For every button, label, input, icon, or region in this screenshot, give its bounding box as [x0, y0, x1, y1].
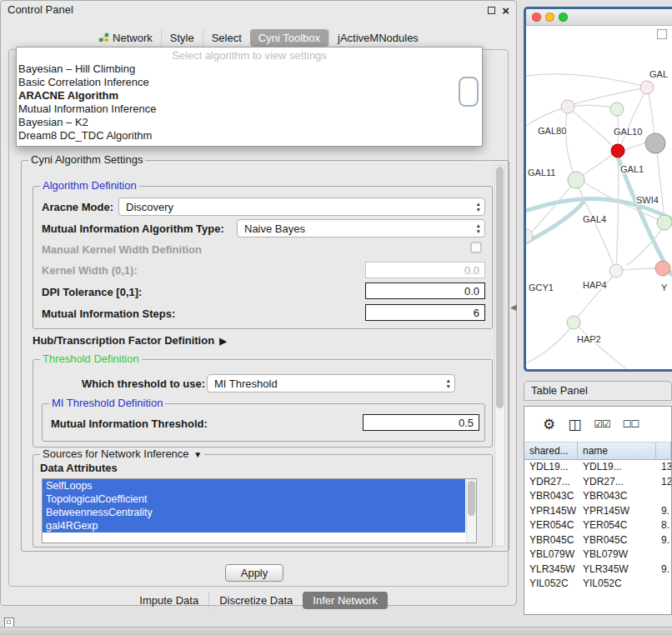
tab-jactivemnodules[interactable]: jActiveMNodules — [328, 29, 427, 47]
cell[interactable] — [656, 489, 671, 504]
attributes-scrollbar-thumb[interactable] — [468, 481, 475, 516]
apply-button[interactable]: Apply — [225, 564, 283, 582]
cell[interactable]: 9. — [656, 562, 671, 578]
columns-icon[interactable]: ◫ — [568, 418, 581, 432]
cell[interactable]: YDL19... — [524, 460, 578, 475]
cell[interactable]: 8. — [656, 518, 671, 533]
select-all-icon[interactable]: ☑☑ — [594, 419, 610, 429]
node-label: Y — [661, 282, 668, 292]
hub-factor-toggle[interactable]: Hub/Transcription Factor Definition▶ — [33, 334, 227, 347]
network-node[interactable] — [609, 264, 623, 278]
tab-select[interactable]: Select — [203, 29, 250, 47]
data-attributes-list[interactable]: SelfLoops TopologicalCoefficient Between… — [42, 478, 477, 543]
traffic-close-icon[interactable] — [532, 12, 541, 22]
network-node[interactable] — [645, 133, 665, 153]
tab-impute-data[interactable]: Impute Data — [129, 592, 208, 609]
list-item[interactable]: TopologicalCoefficient — [43, 492, 465, 506]
cell[interactable]: YDR27... — [524, 475, 578, 490]
tab-discretize-data[interactable]: Discretize Data — [208, 592, 303, 609]
table-row[interactable]: YDL19... YDL19... 13 — [524, 460, 671, 475]
dropdown-item[interactable]: Bayesian – Hill Climbing — [17, 62, 482, 76]
network-node[interactable] — [567, 316, 580, 329]
network-scroll-button[interactable] — [657, 29, 667, 39]
cell[interactable]: YBL079W — [524, 548, 578, 562]
column-header-name[interactable]: name — [578, 442, 656, 460]
attributes-scrollbar[interactable] — [466, 479, 476, 542]
column-header-extra[interactable] — [656, 442, 671, 460]
cell[interactable]: YBR045C — [578, 533, 656, 548]
table-row[interactable]: YDR27... YDR27... 12 — [524, 475, 671, 490]
mi-steps-field[interactable]: 6 — [365, 304, 485, 321]
mi-type-select[interactable]: Naive Bayes ▲▼ — [237, 219, 485, 238]
network-node-red[interactable] — [611, 144, 624, 158]
column-header-shared-name[interactable]: shared... — [524, 442, 578, 460]
network-window-titlebar[interactable] — [526, 9, 672, 26]
dropdown-item[interactable]: Basic Correlation Inference — [17, 76, 482, 89]
table-row[interactable]: YBR043C YBR043C — [524, 489, 671, 504]
dropdown-item[interactable]: Bayesian – K2 — [17, 116, 482, 129]
cell[interactable]: YBR043C — [524, 489, 578, 504]
settings-scrollbar[interactable] — [494, 165, 505, 547]
cell[interactable]: YBR043C — [578, 489, 656, 504]
tab-style[interactable]: Style — [161, 29, 203, 47]
network-canvas[interactable]: GAL GAL80 GAL10 GAL11 GAL1 SWI4 GAL4 GCY… — [526, 26, 672, 369]
tab-infer-network[interactable]: Infer Network — [303, 592, 387, 609]
network-node[interactable] — [655, 261, 670, 276]
cell[interactable]: 12 — [656, 475, 671, 490]
mi-threshold-field[interactable]: 0.5 — [363, 414, 479, 431]
cell[interactable]: YLR345W — [578, 562, 656, 578]
network-node[interactable] — [561, 100, 574, 113]
cell[interactable]: YBR045C — [524, 533, 578, 548]
network-node[interactable] — [657, 215, 672, 230]
table-row[interactable]: YBL079W YBL079W — [524, 548, 671, 562]
table-row[interactable]: YIL052C YIL052C — [524, 577, 671, 592]
cell[interactable]: YLR345W — [524, 562, 578, 578]
list-item[interactable]: gal4RGexp — [43, 519, 465, 532]
network-node[interactable] — [568, 172, 584, 188]
panel-collapse-icon[interactable]: ◀ — [510, 302, 517, 312]
node-label: GCY1 — [529, 282, 554, 292]
aracne-mode-select[interactable]: Discovery ▲▼ — [118, 198, 485, 216]
cell[interactable]: 9. — [656, 504, 671, 519]
cell[interactable]: YER054C — [524, 518, 578, 533]
list-item[interactable]: BetweennessCentrality — [43, 506, 465, 519]
traffic-minimize-icon[interactable] — [545, 12, 554, 22]
dropdown-item[interactable]: Dream8 DC_TDC Algorithm — [17, 129, 482, 142]
table-row[interactable]: YLR345W YLR345W 9. — [524, 562, 671, 578]
tab-network[interactable]: Network — [90, 29, 161, 47]
cell[interactable] — [656, 548, 671, 562]
cell[interactable]: YIL052C — [524, 577, 578, 592]
cell[interactable]: YPR145W — [524, 504, 578, 519]
gear-icon[interactable]: ⚙ — [543, 418, 555, 432]
table-row[interactable]: YPR145W YPR145W 9. — [524, 504, 671, 519]
close-icon[interactable]: × — [502, 4, 509, 17]
dropdown-item-selected[interactable]: ARACNE Algorithm — [17, 89, 482, 102]
cell[interactable]: 9. — [656, 533, 671, 548]
node-label: GAL10 — [614, 127, 642, 137]
cell[interactable]: YER054C — [578, 518, 656, 533]
deselect-all-icon[interactable]: ☐☐ — [623, 419, 639, 429]
dropdown-item[interactable]: Mutual Information Inference — [17, 102, 482, 116]
cell[interactable]: YDR27... — [578, 475, 656, 490]
cell[interactable]: YBL079W — [578, 548, 656, 562]
cell[interactable]: 13 — [656, 460, 671, 475]
traffic-zoom-icon[interactable] — [559, 12, 568, 22]
float-window-icon[interactable] — [488, 7, 495, 14]
cell[interactable]: YDL19... — [578, 460, 656, 475]
kernel-width-field[interactable]: 0.0 — [365, 262, 485, 278]
manual-kernel-checkbox[interactable] — [470, 242, 482, 253]
list-item[interactable]: SelfLoops — [43, 479, 465, 492]
settings-scrollbar-thumb[interactable] — [496, 167, 504, 408]
control-panel-tabs: Network Style Select Cyni Toolbox jActiv… — [1, 28, 516, 48]
table-row[interactable]: YER054C YER054C 8. — [524, 518, 671, 533]
dpi-tolerance-field[interactable]: 0.0 — [365, 282, 485, 299]
network-node[interactable] — [640, 81, 654, 94]
sources-toggle[interactable]: Sources for Network Inference ▼ — [40, 448, 204, 460]
network-node[interactable] — [610, 102, 624, 116]
cell[interactable]: YPR145W — [578, 504, 656, 519]
cell[interactable]: YIL052C — [578, 577, 656, 592]
table-row[interactable]: YBR045C YBR045C 9. — [524, 533, 671, 548]
cell[interactable] — [656, 577, 671, 592]
which-threshold-select[interactable]: MI Threshold ▲▼ — [207, 374, 455, 392]
tab-cyni-toolbox[interactable]: Cyni Toolbox — [250, 29, 328, 47]
